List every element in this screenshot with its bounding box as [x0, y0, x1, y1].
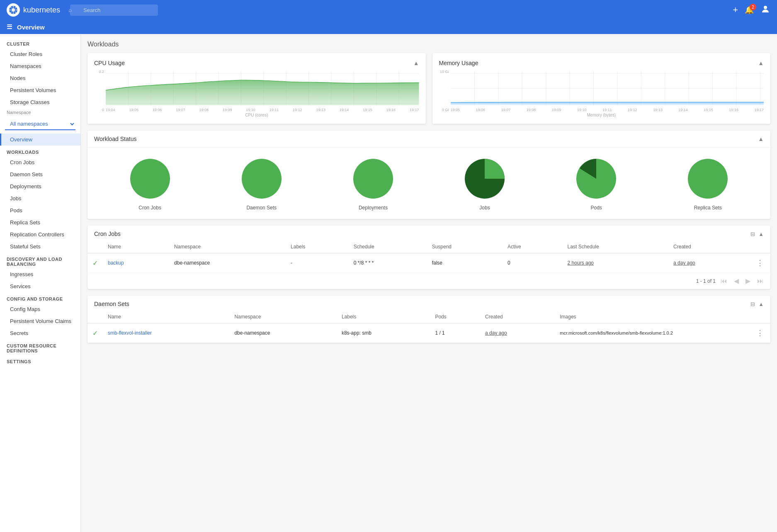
deployments-pie: [350, 156, 396, 202]
ds-col-created: Created: [480, 311, 555, 323]
row-created: a day ago: [668, 253, 750, 273]
row-suspend: false: [427, 253, 503, 273]
workload-status-card: Workload Status ▲ Cron Jobs: [87, 131, 770, 219]
cron-jobs-collapse[interactable]: ▲: [758, 231, 764, 237]
sidebar-item-cluster-roles[interactable]: Cluster Roles: [0, 48, 80, 60]
workloads-title: Workloads: [87, 41, 770, 48]
memory-chart-title: Memory Usage ▲: [439, 60, 764, 66]
ds-row-name[interactable]: smb-flexvol-installer: [103, 323, 229, 343]
row-name[interactable]: backup: [103, 253, 169, 273]
cron-jobs-pie: [127, 156, 173, 202]
sidebar-item-jobs[interactable]: Jobs: [0, 192, 80, 204]
cron-jobs-table-actions: ⊟ ▲: [750, 231, 764, 237]
memory-y-labels: 10 Gi 0 Gi: [439, 70, 451, 112]
memory-chart-collapse[interactable]: ▲: [758, 60, 764, 66]
cpu-x-labels: 19:04 19:05 19:06 19:07 19:08 19:09 19:1…: [106, 108, 419, 112]
ds-row-namespace: dbe-namespace: [229, 323, 337, 343]
notification-badge: 2: [750, 4, 756, 10]
memory-x-labels: 19:05 19:06 19:07 19:08 19:09 19:10 19:1…: [451, 108, 764, 112]
col-suspend: Suspend: [427, 240, 503, 253]
logo-text: kubernetes: [23, 6, 60, 15]
sidebar-item-deployments[interactable]: Deployments: [0, 180, 80, 192]
sidebar-item-secrets[interactable]: Secrets: [0, 327, 80, 339]
col-actions: [750, 240, 770, 253]
namespace-select[interactable]: All namespaces: [5, 118, 75, 130]
sidebar-item-services[interactable]: Services: [0, 280, 80, 292]
content-area: Workloads CPU Usage ▲ 0.2 0: [81, 34, 777, 532]
daemon-sets-collapse[interactable]: ▲: [758, 301, 764, 307]
cron-jobs-pagination: 1 - 1 of 1 ⏮ ◀ ▶ ⏭: [87, 273, 770, 289]
pagination-last[interactable]: ⏭: [755, 277, 765, 286]
workload-daemon-sets[interactable]: Daemon Sets: [239, 156, 284, 211]
pods-pie: [573, 156, 619, 202]
daemon-sets-table-title: Daemon Sets: [94, 301, 129, 307]
col-namespace: Namespace: [169, 240, 286, 253]
sidebar-item-ingresses[interactable]: Ingresses: [0, 268, 80, 280]
cpu-y-labels: 0.2 0: [94, 70, 106, 112]
row-menu[interactable]: ⋮: [750, 253, 770, 273]
ds-col-labels: Labels: [337, 311, 430, 323]
workload-deployments[interactable]: Deployments: [350, 156, 396, 211]
sidebar-item-storage-classes[interactable]: Storage Classes: [0, 96, 80, 108]
workload-replica-sets[interactable]: Replica Sets: [685, 156, 731, 211]
sidebar-item-cron-jobs[interactable]: Cron Jobs: [0, 156, 80, 168]
col-active: Active: [503, 240, 563, 253]
workload-pods[interactable]: Pods: [573, 156, 619, 211]
menu-icon[interactable]: ☰: [7, 23, 12, 31]
svg-point-43: [130, 159, 170, 199]
cpu-chart-collapse[interactable]: ▲: [413, 60, 419, 66]
filter-icon[interactable]: ⊟: [750, 231, 755, 237]
sidebar-item-daemon-sets[interactable]: Daemon Sets: [0, 168, 80, 180]
config-section-label: Config and Storage: [0, 292, 80, 303]
ds-row-images: mcr.microsoft.com/k8s/flexvolume/smb-fle…: [555, 323, 750, 343]
sidebar-item-pvc[interactable]: Persistent Volume Claims: [0, 315, 80, 327]
workload-status-collapse[interactable]: ▲: [758, 136, 764, 142]
ds-row-menu[interactable]: ⋮: [750, 323, 770, 343]
row-menu-button[interactable]: ⋮: [755, 257, 765, 268]
sidebar-item-persistent-volumes[interactable]: Persistent Volumes: [0, 84, 80, 96]
workload-status-actions: ▲: [758, 136, 764, 142]
replica-sets-label: Replica Sets: [694, 205, 722, 211]
svg-point-45: [353, 159, 393, 199]
logo[interactable]: kubernetes: [7, 3, 60, 17]
row-namespace: dbe-namespace: [169, 253, 286, 273]
sidebar-item-replication-controllers[interactable]: Replication Controllers: [0, 228, 80, 240]
workload-jobs[interactable]: Jobs: [462, 156, 507, 211]
ds-col-pods: Pods: [430, 311, 480, 323]
pods-label: Pods: [591, 205, 602, 211]
navbar-right: + 🔔 2: [733, 4, 770, 16]
cron-jobs-table-card: Cron Jobs ⊟ ▲ Name Namespace Labels Sche…: [87, 226, 770, 289]
main-layout: Cluster Cluster Roles Namespaces Nodes P…: [0, 34, 777, 532]
sidebar-item-config-maps[interactable]: Config Maps: [0, 303, 80, 315]
user-menu-button[interactable]: [760, 4, 770, 16]
sidebar-item-nodes[interactable]: Nodes: [0, 72, 80, 84]
logo-icon: [7, 3, 20, 17]
search-input[interactable]: [70, 5, 158, 16]
notifications-button[interactable]: 🔔 2: [745, 5, 754, 15]
navbar: kubernetes ⌕ + 🔔 2: [0, 0, 777, 20]
sidebar-item-stateful-sets[interactable]: Stateful Sets: [0, 240, 80, 253]
header-bar: ☰ Overview: [0, 20, 777, 34]
sidebar-item-pods[interactable]: Pods: [0, 204, 80, 216]
pagination-first[interactable]: ⏮: [719, 277, 729, 286]
sidebar-item-overview[interactable]: Overview: [0, 134, 80, 146]
svg-point-10: [764, 6, 767, 9]
sidebar-item-replica-sets[interactable]: Replica Sets: [0, 216, 80, 228]
ds-col-namespace: Namespace: [229, 311, 337, 323]
cpu-chart-card: CPU Usage ▲ 0.2 0: [87, 53, 426, 124]
pagination-next[interactable]: ▶: [744, 276, 752, 286]
daemon-sets-pie: [239, 156, 284, 202]
sidebar-item-namespaces[interactable]: Namespaces: [0, 60, 80, 72]
add-button[interactable]: +: [733, 5, 738, 15]
svg-point-1: [12, 8, 15, 12]
workload-cron-jobs[interactable]: Cron Jobs: [127, 156, 173, 211]
daemon-sets-filter-icon[interactable]: ⊟: [750, 301, 755, 307]
row-active: 0: [503, 253, 563, 273]
ds-row-menu-button[interactable]: ⋮: [755, 328, 765, 338]
ds-col-name: Name: [103, 311, 229, 323]
row-schedule: 0 */8 * * *: [349, 253, 427, 273]
ds-row-status-icon: ✓: [87, 323, 103, 343]
pagination-prev[interactable]: ◀: [732, 276, 741, 286]
col-created: Created: [668, 240, 750, 253]
table-row: ✓ backup dbe-namespace - 0 */8 * * * fal…: [87, 253, 770, 273]
